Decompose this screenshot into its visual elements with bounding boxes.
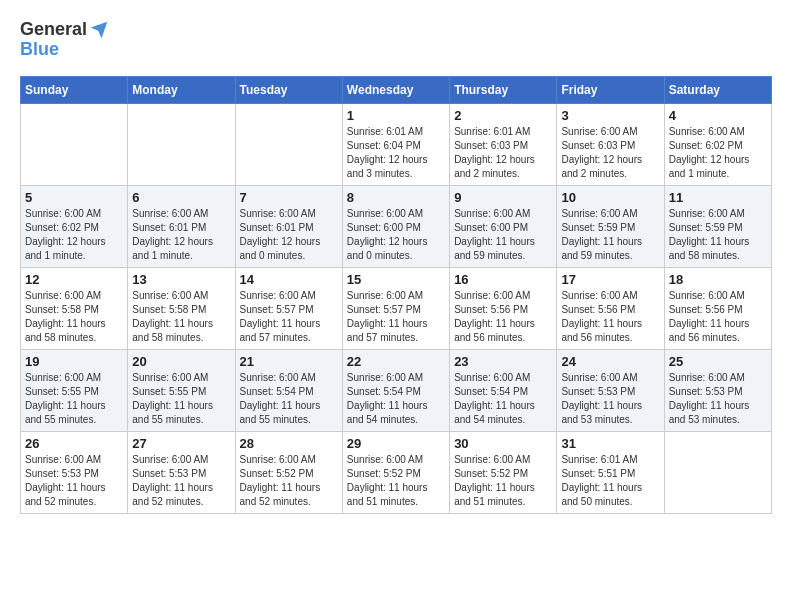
- day-number: 20: [132, 354, 230, 369]
- day-number: 11: [669, 190, 767, 205]
- logo: General Blue: [20, 20, 109, 60]
- day-info: Sunrise: 6:00 AM Sunset: 5:53 PM Dayligh…: [132, 453, 230, 509]
- calendar-day-17: 17Sunrise: 6:00 AM Sunset: 5:56 PM Dayli…: [557, 267, 664, 349]
- page-header: General Blue: [20, 20, 772, 60]
- day-number: 14: [240, 272, 338, 287]
- calendar-day-28: 28Sunrise: 6:00 AM Sunset: 5:52 PM Dayli…: [235, 431, 342, 513]
- day-info: Sunrise: 6:00 AM Sunset: 5:54 PM Dayligh…: [240, 371, 338, 427]
- logo-blue-text: Blue: [20, 40, 109, 60]
- day-number: 19: [25, 354, 123, 369]
- calendar-week-row: 26Sunrise: 6:00 AM Sunset: 5:53 PM Dayli…: [21, 431, 772, 513]
- calendar-day-6: 6Sunrise: 6:00 AM Sunset: 6:01 PM Daylig…: [128, 185, 235, 267]
- day-info: Sunrise: 6:01 AM Sunset: 6:04 PM Dayligh…: [347, 125, 445, 181]
- calendar-day-11: 11Sunrise: 6:00 AM Sunset: 5:59 PM Dayli…: [664, 185, 771, 267]
- calendar-day-15: 15Sunrise: 6:00 AM Sunset: 5:57 PM Dayli…: [342, 267, 449, 349]
- day-info: Sunrise: 6:00 AM Sunset: 6:00 PM Dayligh…: [347, 207, 445, 263]
- calendar-day-24: 24Sunrise: 6:00 AM Sunset: 5:53 PM Dayli…: [557, 349, 664, 431]
- day-number: 12: [25, 272, 123, 287]
- day-number: 9: [454, 190, 552, 205]
- calendar-day-5: 5Sunrise: 6:00 AM Sunset: 6:02 PM Daylig…: [21, 185, 128, 267]
- day-number: 10: [561, 190, 659, 205]
- day-number: 27: [132, 436, 230, 451]
- calendar-day-31: 31Sunrise: 6:01 AM Sunset: 5:51 PM Dayli…: [557, 431, 664, 513]
- day-number: 1: [347, 108, 445, 123]
- day-info: Sunrise: 6:00 AM Sunset: 5:56 PM Dayligh…: [561, 289, 659, 345]
- day-info: Sunrise: 6:00 AM Sunset: 5:57 PM Dayligh…: [347, 289, 445, 345]
- calendar-week-row: 1Sunrise: 6:01 AM Sunset: 6:04 PM Daylig…: [21, 103, 772, 185]
- day-info: Sunrise: 6:00 AM Sunset: 6:03 PM Dayligh…: [561, 125, 659, 181]
- calendar-day-30: 30Sunrise: 6:00 AM Sunset: 5:52 PM Dayli…: [450, 431, 557, 513]
- calendar-day-25: 25Sunrise: 6:00 AM Sunset: 5:53 PM Dayli…: [664, 349, 771, 431]
- day-info: Sunrise: 6:00 AM Sunset: 5:55 PM Dayligh…: [25, 371, 123, 427]
- day-number: 28: [240, 436, 338, 451]
- calendar-week-row: 12Sunrise: 6:00 AM Sunset: 5:58 PM Dayli…: [21, 267, 772, 349]
- calendar-day-26: 26Sunrise: 6:00 AM Sunset: 5:53 PM Dayli…: [21, 431, 128, 513]
- day-number: 23: [454, 354, 552, 369]
- day-info: Sunrise: 6:00 AM Sunset: 5:56 PM Dayligh…: [669, 289, 767, 345]
- calendar-day-14: 14Sunrise: 6:00 AM Sunset: 5:57 PM Dayli…: [235, 267, 342, 349]
- day-header-thursday: Thursday: [450, 76, 557, 103]
- day-number: 8: [347, 190, 445, 205]
- day-number: 3: [561, 108, 659, 123]
- calendar-empty-cell: [235, 103, 342, 185]
- day-info: Sunrise: 6:00 AM Sunset: 5:59 PM Dayligh…: [669, 207, 767, 263]
- calendar-header-row: SundayMondayTuesdayWednesdayThursdayFrid…: [21, 76, 772, 103]
- calendar-empty-cell: [664, 431, 771, 513]
- day-info: Sunrise: 6:00 AM Sunset: 5:52 PM Dayligh…: [454, 453, 552, 509]
- calendar-day-7: 7Sunrise: 6:00 AM Sunset: 6:01 PM Daylig…: [235, 185, 342, 267]
- day-header-sunday: Sunday: [21, 76, 128, 103]
- day-info: Sunrise: 6:01 AM Sunset: 6:03 PM Dayligh…: [454, 125, 552, 181]
- day-info: Sunrise: 6:00 AM Sunset: 5:52 PM Dayligh…: [240, 453, 338, 509]
- day-header-tuesday: Tuesday: [235, 76, 342, 103]
- day-number: 5: [25, 190, 123, 205]
- calendar-day-16: 16Sunrise: 6:00 AM Sunset: 5:56 PM Dayli…: [450, 267, 557, 349]
- day-number: 6: [132, 190, 230, 205]
- calendar-day-8: 8Sunrise: 6:00 AM Sunset: 6:00 PM Daylig…: [342, 185, 449, 267]
- day-info: Sunrise: 6:00 AM Sunset: 5:54 PM Dayligh…: [454, 371, 552, 427]
- day-header-saturday: Saturday: [664, 76, 771, 103]
- calendar-day-2: 2Sunrise: 6:01 AM Sunset: 6:03 PM Daylig…: [450, 103, 557, 185]
- day-info: Sunrise: 6:00 AM Sunset: 5:57 PM Dayligh…: [240, 289, 338, 345]
- calendar-empty-cell: [128, 103, 235, 185]
- day-number: 18: [669, 272, 767, 287]
- day-number: 25: [669, 354, 767, 369]
- day-info: Sunrise: 6:00 AM Sunset: 5:53 PM Dayligh…: [25, 453, 123, 509]
- day-number: 29: [347, 436, 445, 451]
- day-info: Sunrise: 6:00 AM Sunset: 5:58 PM Dayligh…: [132, 289, 230, 345]
- logo-general-text: General: [20, 20, 87, 40]
- day-info: Sunrise: 6:00 AM Sunset: 6:01 PM Dayligh…: [240, 207, 338, 263]
- day-number: 24: [561, 354, 659, 369]
- day-info: Sunrise: 6:00 AM Sunset: 5:54 PM Dayligh…: [347, 371, 445, 427]
- calendar-day-19: 19Sunrise: 6:00 AM Sunset: 5:55 PM Dayli…: [21, 349, 128, 431]
- calendar-day-1: 1Sunrise: 6:01 AM Sunset: 6:04 PM Daylig…: [342, 103, 449, 185]
- day-number: 4: [669, 108, 767, 123]
- calendar-day-22: 22Sunrise: 6:00 AM Sunset: 5:54 PM Dayli…: [342, 349, 449, 431]
- day-info: Sunrise: 6:00 AM Sunset: 6:02 PM Dayligh…: [669, 125, 767, 181]
- day-number: 22: [347, 354, 445, 369]
- day-number: 13: [132, 272, 230, 287]
- day-info: Sunrise: 6:00 AM Sunset: 6:00 PM Dayligh…: [454, 207, 552, 263]
- calendar-day-29: 29Sunrise: 6:00 AM Sunset: 5:52 PM Dayli…: [342, 431, 449, 513]
- day-number: 26: [25, 436, 123, 451]
- day-number: 17: [561, 272, 659, 287]
- day-info: Sunrise: 6:00 AM Sunset: 5:55 PM Dayligh…: [132, 371, 230, 427]
- calendar-table: SundayMondayTuesdayWednesdayThursdayFrid…: [20, 76, 772, 514]
- day-info: Sunrise: 6:00 AM Sunset: 5:58 PM Dayligh…: [25, 289, 123, 345]
- day-number: 2: [454, 108, 552, 123]
- calendar-day-9: 9Sunrise: 6:00 AM Sunset: 6:00 PM Daylig…: [450, 185, 557, 267]
- calendar-day-10: 10Sunrise: 6:00 AM Sunset: 5:59 PM Dayli…: [557, 185, 664, 267]
- day-info: Sunrise: 6:00 AM Sunset: 5:52 PM Dayligh…: [347, 453, 445, 509]
- day-info: Sunrise: 6:00 AM Sunset: 5:56 PM Dayligh…: [454, 289, 552, 345]
- day-info: Sunrise: 6:00 AM Sunset: 5:53 PM Dayligh…: [669, 371, 767, 427]
- day-number: 16: [454, 272, 552, 287]
- day-info: Sunrise: 6:00 AM Sunset: 5:53 PM Dayligh…: [561, 371, 659, 427]
- calendar-day-20: 20Sunrise: 6:00 AM Sunset: 5:55 PM Dayli…: [128, 349, 235, 431]
- day-number: 15: [347, 272, 445, 287]
- day-info: Sunrise: 6:00 AM Sunset: 6:02 PM Dayligh…: [25, 207, 123, 263]
- calendar-day-23: 23Sunrise: 6:00 AM Sunset: 5:54 PM Dayli…: [450, 349, 557, 431]
- calendar-day-21: 21Sunrise: 6:00 AM Sunset: 5:54 PM Dayli…: [235, 349, 342, 431]
- day-info: Sunrise: 6:00 AM Sunset: 5:59 PM Dayligh…: [561, 207, 659, 263]
- calendar-week-row: 5Sunrise: 6:00 AM Sunset: 6:02 PM Daylig…: [21, 185, 772, 267]
- day-header-monday: Monday: [128, 76, 235, 103]
- calendar-week-row: 19Sunrise: 6:00 AM Sunset: 5:55 PM Dayli…: [21, 349, 772, 431]
